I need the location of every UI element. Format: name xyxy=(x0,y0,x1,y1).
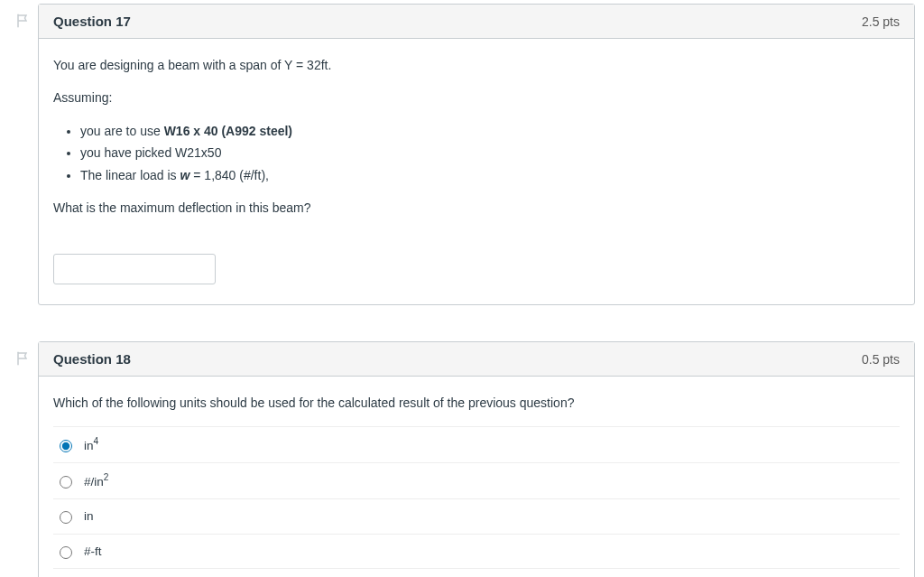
answer-input-row xyxy=(53,254,900,284)
option-label-3: #-ft xyxy=(84,542,102,562)
question-prompt: Which of the following units should be u… xyxy=(53,393,900,413)
question-body: Which of the following units should be u… xyxy=(39,377,914,577)
question-points: 2.5 pts xyxy=(862,14,900,29)
option-label-0: in4 xyxy=(84,434,98,455)
flag-cell xyxy=(9,341,38,367)
option-label-2: in xyxy=(84,507,94,526)
options-list: in4#/in2in#-ftin3 xyxy=(53,426,900,577)
option-row-1[interactable]: #/in2 xyxy=(53,462,900,498)
flag-cell xyxy=(9,4,38,29)
option-row-4[interactable]: in3 xyxy=(53,568,900,577)
assumption-item-3: The linear load is w = 1,840 (#/ft), xyxy=(80,165,900,185)
option-radio-2[interactable] xyxy=(60,511,72,524)
question-card: Question 17 2.5 pts You are designing a … xyxy=(38,4,915,305)
question-title: Question 18 xyxy=(53,351,131,367)
question-title: Question 17 xyxy=(53,14,131,29)
option-radio-0[interactable] xyxy=(60,440,72,452)
assumption-item-2: you have picked W21x50 xyxy=(80,143,900,163)
option-row-2[interactable]: in xyxy=(53,498,900,534)
option-row-3[interactable]: #-ft xyxy=(53,534,900,569)
assumption-item-1: you are to use W16 x 40 (A992 steel) xyxy=(80,121,900,141)
option-radio-1[interactable] xyxy=(60,476,72,489)
question-17-container: Question 17 2.5 pts You are designing a … xyxy=(9,4,915,305)
question-card: Question 18 0.5 pts Which of the followi… xyxy=(38,341,915,577)
question-18-container: Question 18 0.5 pts Which of the followi… xyxy=(9,341,915,577)
flag-icon[interactable] xyxy=(15,350,32,367)
flag-icon[interactable] xyxy=(15,13,32,29)
assumption-list: you are to use W16 x 40 (A992 steel) you… xyxy=(53,121,900,185)
question-body: You are designing a beam with a span of … xyxy=(39,39,914,304)
question-points: 0.5 pts xyxy=(862,352,900,367)
answer-input[interactable] xyxy=(53,254,216,284)
question-header: Question 17 2.5 pts xyxy=(39,5,914,39)
question-header: Question 18 0.5 pts xyxy=(39,342,914,377)
question-intro: You are designing a beam with a span of … xyxy=(53,55,900,75)
option-label-1: #/in2 xyxy=(84,470,108,491)
option-row-0[interactable]: in4 xyxy=(53,426,900,462)
assuming-label: Assuming: xyxy=(53,88,900,107)
option-radio-3[interactable] xyxy=(60,546,72,559)
question-prompt: What is the maximum deflection in this b… xyxy=(53,198,900,218)
